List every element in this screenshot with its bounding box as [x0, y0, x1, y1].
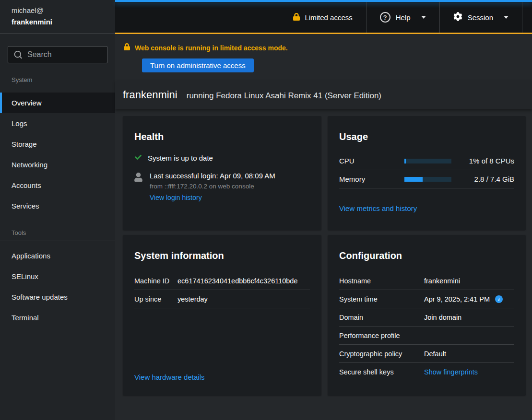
cpu-progress-bar — [404, 159, 451, 163]
cryptographic-policy-row: Cryptographic policy Default — [339, 345, 514, 363]
up-since-label: Up since — [134, 295, 177, 303]
help-menu[interactable]: ? Help — [366, 2, 439, 33]
turn-on-admin-access-button[interactable]: Turn on administrative access — [142, 58, 254, 72]
sidebar-item-networking[interactable]: Networking — [0, 154, 115, 175]
usage-card: Usage CPU 1% of 8 CPUs Memory 2.8 / 7.4 … — [328, 116, 526, 230]
view-hardware-details-link[interactable]: View hardware details — [134, 373, 204, 381]
limited-access-banner: Web console is running in limited access… — [115, 34, 532, 72]
chevron-down-icon — [421, 16, 426, 19]
usage-card-title: Usage — [339, 131, 514, 142]
user-block: michael@ frankenmini — [0, 0, 115, 34]
overview-cards: Health System is up to date Last success… — [115, 109, 532, 396]
sidebar-item-accounts[interactable]: Accounts — [0, 175, 115, 196]
session-menu[interactable]: Session — [439, 2, 522, 33]
page-title: frankenmini — [123, 89, 177, 101]
domain-label: Domain — [339, 314, 424, 321]
question-circle-icon: ? — [380, 12, 390, 23]
user-login: michael@ — [12, 5, 104, 16]
check-icon — [134, 154, 142, 162]
up-since-row: Up since yesterday — [134, 290, 310, 308]
nav-section-label-system: System — [0, 76, 115, 88]
lock-icon — [293, 13, 300, 22]
info-circle-icon[interactable]: i — [495, 295, 503, 303]
hostname-label: Hostname — [339, 277, 424, 285]
sidebar-item-applications[interactable]: Applications — [0, 245, 115, 266]
cpu-value: 1% of 8 CPUs — [451, 157, 514, 165]
performance-profile-row: Performance profile — [339, 327, 514, 345]
sidebar-item-software-updates[interactable]: Software updates — [0, 287, 115, 307]
sidebar-item-services[interactable]: Services — [0, 196, 115, 216]
sidebar-item-logs[interactable]: Logs — [0, 113, 115, 134]
masthead-spacer — [522, 2, 532, 33]
health-card: Health System is up to date Last success… — [123, 116, 321, 230]
configuration-card: Configuration Hostname frankenmini Syste… — [328, 235, 526, 396]
nav-section-label-tools: Tools — [0, 229, 115, 241]
show-fingerprints-link[interactable]: Show fingerprints — [424, 368, 478, 376]
secure-shell-keys-row: Secure shell keys Show fingerprints — [339, 363, 514, 381]
lock-icon — [124, 43, 130, 52]
machine-id-value: ec617416234041edbb6cf4c326110bde — [177, 277, 298, 285]
banner-message: Web console is running in limited access… — [135, 44, 288, 52]
machine-id-row: Machine ID ec617416234041edbb6cf4c326110… — [134, 272, 310, 290]
last-login-text: Last successful login: Apr 09, 08:09 AM — [150, 172, 275, 180]
cpu-label: CPU — [339, 157, 404, 165]
limited-access-indicator[interactable]: Limited access — [280, 2, 366, 33]
main-content: Web console is running in limited access… — [115, 34, 532, 420]
cpu-progress-fill — [404, 159, 406, 163]
system-time-row: System time Apr 9, 2025, 2:41 PM i — [339, 290, 514, 308]
gear-icon — [453, 12, 462, 23]
memory-usage-row: Memory 2.8 / 7.4 GiB — [339, 170, 514, 188]
view-metrics-link[interactable]: View metrics and history — [339, 204, 417, 212]
cpu-usage-row: CPU 1% of 8 CPUs — [339, 152, 514, 170]
machine-id-label: Machine ID — [134, 277, 177, 285]
system-information-card: System information Machine ID ec61741623… — [123, 235, 321, 396]
last-login-detail: from ::ffff:172.20.0.2 on web console — [150, 183, 275, 190]
search-box — [8, 46, 107, 63]
up-since-value: yesterday — [177, 295, 208, 303]
system-time-label: System time — [339, 295, 424, 303]
health-card-title: Health — [134, 131, 310, 142]
help-label: Help — [396, 13, 411, 22]
user-icon — [134, 173, 142, 184]
sidebar-item-selinux[interactable]: SELinux — [0, 266, 115, 287]
session-label: Session — [468, 13, 493, 22]
sidebar-item-storage[interactable]: Storage — [0, 134, 115, 154]
sidebar: michael@ frankenmini System Overview Log… — [0, 0, 115, 420]
updates-status: System is up to date — [148, 154, 213, 162]
cryptographic-policy-value: Default — [424, 350, 446, 358]
secure-shell-keys-label: Secure shell keys — [339, 368, 424, 376]
page-subtitle: running Fedora Linux Asahi Remix 41 (Ser… — [187, 91, 381, 101]
user-hostname: frankenmini — [12, 16, 104, 28]
search-input[interactable] — [8, 47, 107, 63]
masthead: Limited access ? Help Session — [115, 0, 532, 34]
system-time-value: Apr 9, 2025, 2:41 PM — [424, 295, 490, 303]
nav-section-tools: Tools Applications SELinux Software upda… — [0, 229, 115, 328]
cryptographic-policy-label: Cryptographic policy — [339, 350, 424, 358]
limited-access-label: Limited access — [305, 13, 353, 22]
domain-row: Domain Join domain — [339, 308, 514, 327]
sidebar-item-overview[interactable]: Overview — [0, 93, 115, 113]
view-login-history-link[interactable]: View login history — [150, 194, 202, 201]
hostname-row: Hostname frankenmini — [339, 272, 514, 290]
memory-value: 2.8 / 7.4 GiB — [451, 175, 514, 183]
memory-label: Memory — [339, 175, 404, 183]
system-information-title: System information — [134, 250, 310, 261]
memory-progress-fill — [404, 177, 423, 182]
sidebar-item-terminal[interactable]: Terminal — [0, 307, 115, 328]
join-domain-value: Join domain — [424, 314, 461, 321]
chevron-down-icon — [504, 16, 508, 19]
memory-progress-bar — [404, 177, 451, 182]
hostname-value: frankenmini — [424, 277, 460, 285]
page-header: frankenmini running Fedora Linux Asahi R… — [115, 81, 532, 109]
performance-profile-label: Performance profile — [339, 332, 424, 339]
nav-section-system: System Overview Logs Storage Networking … — [0, 76, 115, 216]
configuration-title: Configuration — [339, 250, 514, 261]
